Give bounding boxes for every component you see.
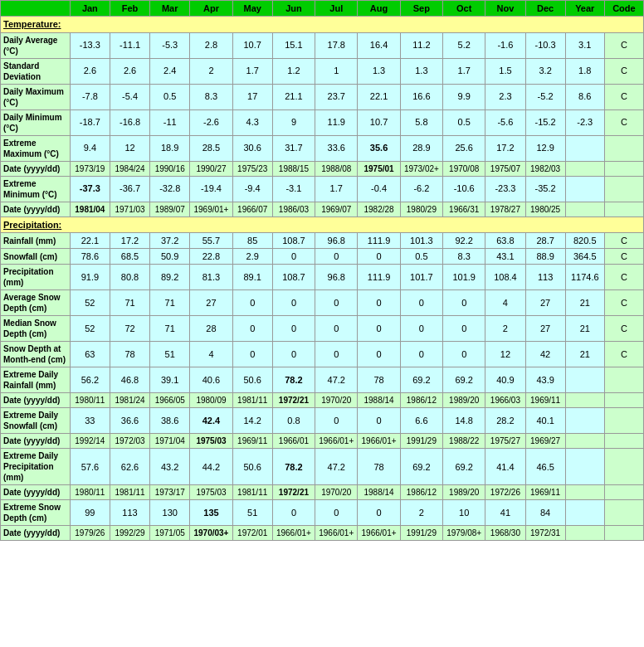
month-header-sep: Sep (400, 1, 442, 17)
data-cell: 33 (70, 408, 110, 434)
data-cell: 1966/03 (485, 393, 525, 408)
data-cell: 12.9 (525, 135, 565, 161)
table-row: Median Snow Depth (cm)527271280000002272… (1, 316, 644, 342)
data-cell: 0 (358, 408, 400, 434)
data-cell: 9.9 (443, 84, 485, 109)
data-cell: 2.6 (110, 58, 149, 84)
data-cell (604, 526, 643, 541)
data-cell: -11 (150, 109, 190, 135)
data-cell: 10.7 (358, 109, 400, 135)
table-row: Precipitation (mm)91.980.889.281.389.110… (1, 265, 644, 290)
data-cell (565, 526, 604, 541)
data-cell: 12 (485, 342, 525, 367)
data-cell: 1975/01 (358, 161, 400, 176)
data-cell: 17.8 (315, 32, 358, 58)
header-row: JanFebMarAprMayJunJulAugSepOctNovDecYear… (1, 1, 644, 17)
data-cell: 1978/27 (485, 202, 525, 216)
data-cell: 0 (358, 290, 400, 316)
data-cell: 1.2 (272, 58, 315, 84)
data-cell: C (604, 32, 643, 58)
month-header-jan: Jan (70, 1, 110, 17)
data-cell: 0 (232, 290, 272, 316)
data-cell: 36.6 (110, 408, 149, 434)
data-cell: -2.3 (565, 109, 604, 135)
data-cell: 1966/01+ (315, 526, 358, 541)
data-cell: -11.1 (110, 32, 149, 58)
data-cell: 42 (525, 342, 565, 367)
data-cell: 50.6 (232, 449, 272, 485)
data-cell (604, 161, 643, 176)
data-cell: 0 (315, 408, 358, 434)
data-cell: -15.2 (525, 109, 565, 135)
data-cell: 2.8 (190, 32, 232, 58)
data-cell: 69.2 (400, 449, 442, 485)
data-cell: 0.8 (272, 408, 315, 434)
data-cell: 0 (400, 290, 442, 316)
data-cell: 111.9 (358, 232, 400, 248)
data-cell: 1970/20 (315, 393, 358, 408)
data-cell: 1988/14 (358, 393, 400, 408)
table-row: Snow Depth at Month-end (cm)637851400000… (1, 342, 644, 367)
data-cell: 2.4 (150, 58, 190, 84)
data-cell: 41.4 (485, 449, 525, 485)
data-cell: 14.2 (232, 408, 272, 434)
data-cell: 69.2 (400, 367, 442, 393)
data-cell: 28 (190, 316, 232, 342)
data-cell: -23.3 (485, 176, 525, 202)
data-cell: 1991/29 (400, 434, 442, 449)
data-cell: 28.9 (400, 135, 442, 161)
data-cell: 1989/20 (443, 485, 485, 500)
data-cell: 1988/08 (315, 161, 358, 176)
row-label: Extreme Minimum (°C) (1, 176, 71, 202)
month-header-nov: Nov (485, 1, 525, 17)
table-row: Extreme Minimum (°C)-37.3-36.7-32.8-19.4… (1, 176, 644, 202)
data-cell: 9 (272, 109, 315, 135)
data-cell: 22.1 (70, 232, 110, 248)
data-cell: 72 (110, 316, 149, 342)
data-cell: 1966/07 (232, 202, 272, 216)
data-cell (565, 485, 604, 500)
data-cell: 46.8 (110, 367, 149, 393)
data-cell (604, 434, 643, 449)
data-cell: 0 (315, 290, 358, 316)
month-header-dec: Dec (525, 1, 565, 17)
table-row: Snowfall (cm)78.668.550.922.82.90000.58.… (1, 249, 644, 265)
data-cell: 63.8 (485, 232, 525, 248)
table-row: Extreme Daily Precipitation (mm)57.662.6… (1, 449, 644, 485)
table-row: Date (yyyy/dd)1973/191984/241990/161990/… (1, 161, 644, 176)
data-cell: 1972/01 (232, 526, 272, 541)
data-cell: 1992/29 (110, 526, 149, 541)
data-cell: 0.5 (400, 249, 442, 265)
data-cell: 1975/07 (485, 161, 525, 176)
data-cell: 1972/21 (272, 485, 315, 500)
data-cell: 1981/24 (110, 393, 149, 408)
data-cell: 57.6 (70, 449, 110, 485)
data-cell: 1972/26 (485, 485, 525, 500)
data-cell: 68.5 (110, 249, 149, 265)
row-label: Median Snow Depth (cm) (1, 316, 71, 342)
data-cell: 56.2 (70, 367, 110, 393)
data-cell: C (604, 316, 643, 342)
data-cell: 28.7 (525, 232, 565, 248)
data-cell: 1972/21 (272, 393, 315, 408)
table-row: Average Snow Depth (cm)52717127000000427… (1, 290, 644, 316)
data-cell: 1988/14 (358, 485, 400, 500)
data-cell: 31.7 (272, 135, 315, 161)
data-cell: 101.9 (443, 265, 485, 290)
data-cell: -2.6 (190, 109, 232, 135)
data-cell: 1 (315, 58, 358, 84)
data-cell: 0 (358, 249, 400, 265)
data-cell: 40.6 (190, 367, 232, 393)
data-cell: 37.2 (150, 232, 190, 248)
data-cell: 80.8 (110, 265, 149, 290)
section-header-precipitation: Precipitation: (1, 216, 644, 232)
table-row: Extreme Daily Snowfall (cm)3336.638.642.… (1, 408, 644, 434)
data-cell: 0 (358, 500, 400, 526)
data-cell: 14.8 (443, 408, 485, 434)
data-cell: 1989/20 (443, 393, 485, 408)
data-cell: 21 (565, 316, 604, 342)
data-cell: 15.1 (272, 32, 315, 58)
data-cell: 0 (400, 342, 442, 367)
data-cell: 1969/01+ (190, 202, 232, 216)
data-cell: -10.3 (525, 32, 565, 58)
